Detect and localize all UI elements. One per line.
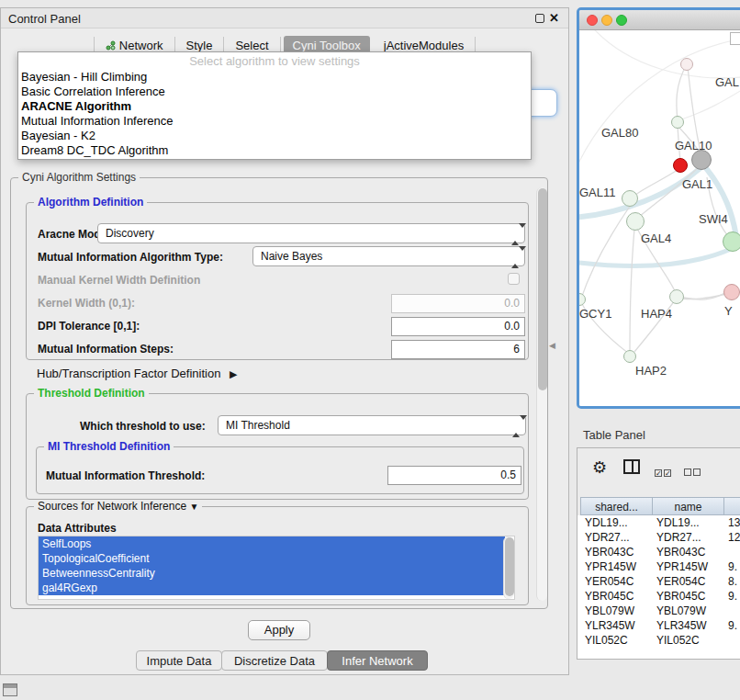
select-all-icon[interactable]: ✓✓ xyxy=(655,463,673,480)
desktop: Control Panel ✕ Network Style Select Cyn… xyxy=(0,0,740,700)
table-toolbar: ⚙ ✓✓ xyxy=(577,448,740,494)
aracne-mode-combo[interactable]: Discovery xyxy=(97,223,525,243)
mi-steps-label: Mutual Information Steps: xyxy=(38,343,174,356)
window-title: Control Panel xyxy=(8,12,81,26)
cell: YIL052C xyxy=(652,633,726,648)
cell xyxy=(723,633,740,648)
close-icon[interactable]: ✕ xyxy=(549,11,559,25)
table-row[interactable]: YBR043C YBR043C xyxy=(577,545,740,559)
cell: YER054C xyxy=(580,574,655,589)
scrollbar-corner[interactable] xyxy=(730,32,740,45)
attribute-item[interactable]: TopologicalCoefficient xyxy=(39,551,505,566)
table-row[interactable]: YDR27... YDR27... 12 xyxy=(577,530,740,545)
control-panel-titlebar[interactable]: Control Panel ✕ xyxy=(1,8,568,28)
minimized-panel-icon[interactable] xyxy=(3,683,17,696)
header-cell-cut[interactable] xyxy=(723,497,740,515)
node-pale-pink[interactable] xyxy=(680,58,693,71)
cell: 9. xyxy=(723,618,740,633)
mi-threshold-field[interactable]: 0.5 xyxy=(387,466,521,485)
panel-collapse-arrow-icon[interactable]: ◀ xyxy=(549,341,555,350)
cell: YBR045C xyxy=(652,589,726,604)
cell: 12 xyxy=(723,530,740,545)
node-pale-green[interactable] xyxy=(622,190,638,207)
cell: YDL19... xyxy=(580,515,655,530)
combo-arrows-icon xyxy=(511,228,519,241)
attribute-item[interactable]: gal4RGexp xyxy=(39,581,505,595)
node-gray[interactable] xyxy=(691,150,712,170)
manual-kernel-checkbox xyxy=(508,273,520,285)
node-pink[interactable] xyxy=(723,284,740,300)
cell xyxy=(723,604,740,618)
which-threshold-label: Which threshold to use: xyxy=(80,420,206,433)
apply-button[interactable]: Apply xyxy=(248,620,310,640)
node-red[interactable] xyxy=(673,158,688,173)
cell: YBR043C xyxy=(580,545,655,559)
manual-kernel-label: Manual Kernel Width Definition xyxy=(38,274,200,287)
settings-scrollbar[interactable] xyxy=(536,187,547,601)
cell: YDR27... xyxy=(580,530,655,545)
cell: YER054C xyxy=(652,574,726,589)
attribute-item[interactable]: SelfLoops xyxy=(39,536,505,551)
traffic-light-minimize[interactable] xyxy=(601,15,612,26)
bottom-tab-discretize-data[interactable]: Discretize Data xyxy=(221,650,328,671)
node-label: Y xyxy=(724,304,733,318)
gear-icon[interactable]: ⚙ xyxy=(592,457,607,478)
mi-steps-field[interactable]: 6 xyxy=(391,340,525,359)
combo-value: Discovery xyxy=(106,227,154,240)
scrollbar-thumb[interactable] xyxy=(538,188,547,390)
table-panel-title: Table Panel xyxy=(583,428,645,442)
mi-type-combo[interactable]: Naive Bayes xyxy=(252,246,525,266)
mi-type-label: Mutual Information Algorithm Type: xyxy=(38,251,223,264)
bottom-tab-impute-data[interactable]: Impute Data xyxy=(136,650,222,671)
node-green[interactable] xyxy=(723,231,740,252)
cell: YBR043C xyxy=(652,545,726,559)
dropdown-item-selected[interactable]: ARACNE Algorithm xyxy=(18,99,531,114)
collapse-down-icon: ▼ xyxy=(189,502,198,512)
network-titlebar[interactable] xyxy=(579,10,740,30)
tab-label: jActiveModules xyxy=(384,39,464,52)
dropdown-item[interactable]: Basic Correlation Inference xyxy=(18,85,531,99)
sources-title: Sources for Network Inference xyxy=(38,500,186,513)
dropdown-item[interactable]: Mutual Information Inference xyxy=(18,114,531,129)
network-icon xyxy=(106,40,116,51)
which-threshold-combo[interactable]: MI Threshold xyxy=(218,415,526,435)
table-row[interactable]: YLR345W YLR345W 9. xyxy=(577,618,740,633)
hub-section-toggle[interactable]: Hub/Transcription Factor Definition ▶ xyxy=(37,367,237,380)
table-row[interactable]: YPR145W YPR145W 9. xyxy=(577,559,740,574)
table-row[interactable]: YBR045C YBR045C 9. xyxy=(577,589,740,604)
deselect-all-icon[interactable] xyxy=(684,463,702,480)
header-cell-shared-name[interactable]: shared... xyxy=(580,497,653,515)
dropdown-item[interactable]: Dream8 DC_TDC Algorithm xyxy=(18,143,531,158)
dpi-tolerance-field[interactable]: 0.0 xyxy=(391,317,525,336)
cell: YBL079W xyxy=(652,604,726,618)
node-pale-green[interactable] xyxy=(623,350,636,363)
dropdown-item[interactable]: Bayesian - Hill Climbing xyxy=(18,70,531,85)
node-pale-green[interactable] xyxy=(669,289,684,304)
mi-threshold-title: MI Threshold Definition xyxy=(44,440,174,453)
node-pale-green[interactable] xyxy=(671,116,684,129)
node-label: GCY1 xyxy=(579,307,611,321)
table-row[interactable]: YDL19... YDL19... 13 xyxy=(577,515,740,530)
table-row[interactable]: YER054C YER054C 8. xyxy=(577,574,740,589)
node-label: HAP4 xyxy=(641,307,672,321)
list-scrollbar[interactable] xyxy=(503,536,514,599)
columns-icon[interactable] xyxy=(623,459,640,474)
expand-right-icon: ▶ xyxy=(230,368,237,379)
table-row[interactable]: YIL052C YIL052C xyxy=(577,633,740,659)
network-canvas[interactable]: GAL GAL80 GAL10 GAL11 GAL1 SWI4 GAL4 GCY… xyxy=(579,30,740,406)
scrollbar-thumb[interactable] xyxy=(505,537,514,596)
cell: 8. xyxy=(723,574,740,589)
settings-group-title: Cyni Algorithm Settings xyxy=(18,171,140,184)
attribute-item[interactable]: BetweennessCentrality xyxy=(39,566,505,581)
traffic-light-zoom[interactable] xyxy=(616,15,627,26)
dropdown-item[interactable]: Bayesian - K2 xyxy=(18,129,531,143)
sources-toggle[interactable]: Sources for Network Inference ▼ xyxy=(34,500,202,513)
node-pale-green[interactable] xyxy=(626,212,645,231)
table-row[interactable]: YBL079W YBL079W xyxy=(577,604,740,618)
bottom-tab-infer-network[interactable]: Infer Network xyxy=(327,650,428,671)
float-window-icon[interactable] xyxy=(535,14,544,23)
header-cell-name[interactable]: name xyxy=(652,497,724,515)
traffic-light-close[interactable] xyxy=(587,15,598,26)
cell: YPR145W xyxy=(580,559,655,574)
attributes-listbox[interactable]: SelfLoops TopologicalCoefficient Between… xyxy=(38,536,515,600)
